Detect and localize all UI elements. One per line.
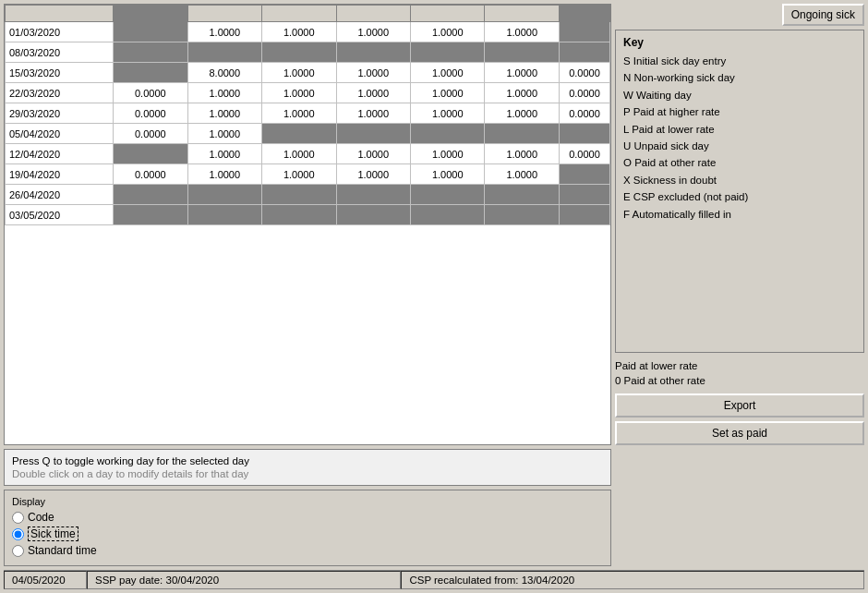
cell-value[interactable]: 0.0000	[560, 63, 610, 83]
cell-value[interactable]: 1.0000	[262, 63, 336, 83]
cell-value[interactable]	[336, 42, 410, 63]
cell-value[interactable]	[560, 22, 610, 42]
table-row[interactable]: 19/04/20200.00001.00001.00001.00001.0000…	[6, 164, 610, 185]
cell-value[interactable]	[560, 185, 610, 205]
table-row[interactable]: 22/03/20200.00001.00001.00001.00001.0000…	[6, 83, 610, 103]
cell-value[interactable]	[560, 42, 610, 63]
cell-value[interactable]	[262, 124, 336, 144]
cell-value[interactable]: 0.0000	[114, 83, 187, 103]
table-row[interactable]: 15/03/20208.00001.00001.00001.00001.0000…	[6, 63, 610, 83]
cell-date[interactable]: 26/04/2020	[6, 185, 114, 205]
table-row[interactable]: 08/03/2020	[6, 42, 610, 63]
cell-value[interactable]: 1.0000	[187, 124, 261, 144]
cell-value[interactable]: 1.0000	[485, 63, 560, 83]
cell-value[interactable]: 1.0000	[262, 144, 336, 164]
cell-value[interactable]	[114, 144, 187, 164]
cell-value[interactable]: 1.0000	[411, 103, 485, 124]
cell-date[interactable]: 12/04/2020	[6, 144, 114, 164]
cell-date[interactable]: 22/03/2020	[6, 83, 114, 103]
cell-value[interactable]	[411, 185, 485, 205]
cell-value[interactable]	[560, 124, 610, 144]
cell-value[interactable]	[485, 205, 560, 225]
export-button[interactable]: Export	[615, 393, 864, 418]
cell-value[interactable]	[114, 22, 187, 42]
cell-value[interactable]	[114, 185, 187, 205]
cell-value[interactable]: 1.0000	[336, 103, 410, 124]
radio-code-input[interactable]	[12, 512, 24, 524]
cell-value[interactable]	[187, 185, 261, 205]
cell-value[interactable]	[114, 205, 187, 225]
cell-value[interactable]: 1.0000	[485, 103, 560, 124]
cell-value[interactable]	[262, 185, 336, 205]
cell-value[interactable]: 0.0000	[114, 124, 187, 144]
radio-sick-time-input[interactable]	[12, 528, 24, 540]
cell-value[interactable]	[485, 42, 560, 63]
table-row[interactable]: 03/05/2020	[6, 205, 610, 225]
cell-value[interactable]: 1.0000	[485, 144, 560, 164]
cell-value[interactable]	[336, 185, 410, 205]
cell-value[interactable]	[262, 42, 336, 63]
cell-value[interactable]	[114, 63, 187, 83]
cell-value[interactable]	[560, 205, 610, 225]
cell-value[interactable]: 1.0000	[485, 22, 560, 42]
cell-value[interactable]: 1.0000	[411, 164, 485, 185]
cell-value[interactable]: 1.0000	[336, 164, 410, 185]
cell-value[interactable]: 1.0000	[262, 22, 336, 42]
cell-value[interactable]	[262, 205, 336, 225]
cell-value[interactable]	[187, 205, 261, 225]
cell-value[interactable]: 1.0000	[336, 63, 410, 83]
cell-value[interactable]: 0.0000	[560, 103, 610, 124]
cell-value[interactable]: 1.0000	[411, 83, 485, 103]
cell-value[interactable]: 1.0000	[336, 83, 410, 103]
cell-value[interactable]: 1.0000	[187, 164, 261, 185]
cell-date[interactable]: 19/04/2020	[6, 164, 114, 185]
cell-value[interactable]: 1.0000	[336, 22, 410, 42]
cell-value[interactable]	[411, 42, 485, 63]
ongoing-sick-button[interactable]: Ongoing sick	[782, 4, 864, 26]
cell-value[interactable]	[411, 124, 485, 144]
cell-value[interactable]: 1.0000	[485, 83, 560, 103]
cell-value[interactable]: 8.0000	[187, 63, 261, 83]
radio-sick-time[interactable]: Sick time	[12, 526, 603, 541]
cell-value[interactable]: 1.0000	[411, 144, 485, 164]
cell-value[interactable]	[114, 42, 187, 63]
cell-date[interactable]: 01/03/2020	[6, 22, 114, 42]
cell-date[interactable]: 15/03/2020	[6, 63, 114, 83]
cell-value[interactable]: 1.0000	[262, 103, 336, 124]
cell-value[interactable]	[411, 205, 485, 225]
cell-date[interactable]: 29/03/2020	[6, 103, 114, 124]
cell-value[interactable]	[485, 185, 560, 205]
cell-value[interactable]	[336, 205, 410, 225]
cell-value[interactable]: 0.0000	[114, 103, 187, 124]
cell-value[interactable]: 1.0000	[187, 144, 261, 164]
radio-standard-time[interactable]: Standard time	[12, 544, 603, 557]
cell-value[interactable]: 1.0000	[411, 63, 485, 83]
cell-value[interactable]: 1.0000	[187, 83, 261, 103]
cell-value[interactable]: 0.0000	[560, 83, 610, 103]
cell-value[interactable]	[485, 124, 560, 144]
set-as-paid-button[interactable]: Set as paid	[615, 421, 864, 445]
table-row[interactable]: 12/04/20201.00001.00001.00001.00001.0000…	[6, 144, 610, 164]
cell-value[interactable]: 1.0000	[336, 144, 410, 164]
table-row[interactable]: 01/03/20201.00001.00001.00001.00001.0000	[6, 22, 610, 42]
cell-value[interactable]: 1.0000	[485, 164, 560, 185]
cell-value[interactable]	[187, 42, 261, 63]
cell-date[interactable]: 08/03/2020	[6, 42, 114, 63]
cell-value[interactable]: 1.0000	[187, 103, 261, 124]
cell-value[interactable]: 1.0000	[262, 164, 336, 185]
table-row[interactable]: 05/04/20200.00001.0000	[6, 124, 610, 144]
cell-value[interactable]: 1.0000	[411, 22, 485, 42]
cell-value[interactable]: 0.0000	[560, 144, 610, 164]
cell-value[interactable]	[560, 164, 610, 185]
cell-date[interactable]: 05/04/2020	[6, 124, 114, 144]
table-row[interactable]: 26/04/2020	[6, 185, 610, 205]
table-row[interactable]: 29/03/20200.00001.00001.00001.00001.0000…	[6, 103, 610, 124]
cell-value[interactable]: 0.0000	[114, 164, 187, 185]
radio-code[interactable]: Code	[12, 511, 603, 524]
cell-value[interactable]	[336, 124, 410, 144]
radio-standard-time-input[interactable]	[12, 545, 24, 557]
cell-value[interactable]: 1.0000	[262, 83, 336, 103]
cell-value[interactable]: 1.0000	[187, 22, 261, 42]
data-grid[interactable]: 01/03/20201.00001.00001.00001.00001.0000…	[5, 5, 610, 225]
cell-date[interactable]: 03/05/2020	[6, 205, 114, 225]
